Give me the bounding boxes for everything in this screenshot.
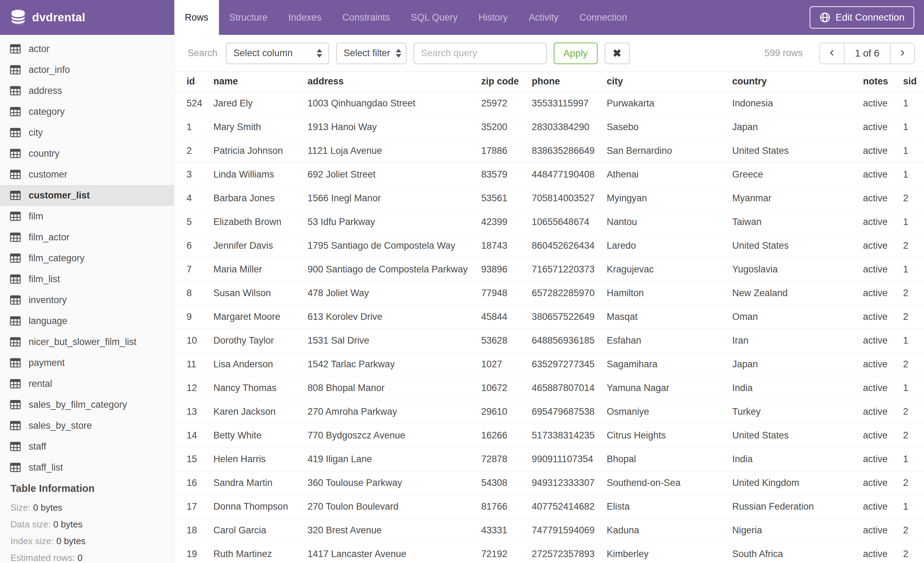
cell-id: 7 [174,257,213,281]
sidebar-item-country[interactable]: country [0,143,174,164]
sidebar-item-customer[interactable]: customer [0,164,174,185]
tab-indexes[interactable]: Indexes [278,0,332,35]
sidebar-item-sales_by_film_category[interactable]: sales_by_film_category [0,394,174,415]
table-row[interactable]: 14Betty White770 Bydgoszcz Avenue1626651… [174,423,924,447]
column-header-phone[interactable]: phone [532,72,607,92]
tab-history[interactable]: History [468,0,518,35]
prev-page-button[interactable]: ‹ [820,43,844,63]
cell-address: 360 Toulouse Parkway [308,471,481,495]
apply-button[interactable]: Apply [554,42,598,64]
next-page-button[interactable]: › [891,43,914,63]
table-row[interactable]: 10Dorothy Taylor1531 Sal Drive5362864885… [174,329,924,352]
tab-connection[interactable]: Connection [569,0,638,35]
column-select[interactable]: Select column [226,42,329,64]
cell-phone: 860452626434 [532,234,607,257]
cell-id: 10 [174,329,213,352]
table-row[interactable]: 15Helen Harris419 Iligan Lane72878990911… [174,447,924,471]
tab-rows[interactable]: Rows [174,0,219,35]
sidebar-item-staff_list[interactable]: staff_list [0,457,174,478]
edit-connection-button[interactable]: Edit Connection [810,6,914,29]
cell-address: 419 Iligan Lane [308,447,481,471]
cell-phone: 838635286649 [532,139,607,162]
cell-country: India [732,376,863,400]
cell-city: Sasebo [607,115,732,139]
column-header-address[interactable]: address [308,72,481,92]
cell-country: Myanmar [732,186,863,210]
cell-zip-code: 35200 [481,115,532,139]
sidebar-item-category[interactable]: category [0,101,174,122]
table-row[interactable]: 4Barbara Jones1566 Inegl Manor5356170581… [174,186,924,210]
table-row[interactable]: 17Donna Thompson270 Toulon Boulevard8176… [174,495,924,518]
sidebar-item-city[interactable]: city [0,122,174,143]
filter-select[interactable]: Select filter [336,42,406,64]
table-row[interactable]: 7Maria Miller900 Santiago de Compostela … [174,257,924,281]
sidebar-item-film_actor[interactable]: film_actor [0,227,174,248]
sidebar-item-inventory[interactable]: inventory [0,290,174,311]
sidebar-item-label: staff [28,441,46,452]
sidebar-item-nicer_but_slower_film_list[interactable]: nicer_but_slower_film_list [0,331,174,352]
table-row[interactable]: 6Jennifer Davis1795 Santiago de Composte… [174,234,924,257]
tab-constraints[interactable]: Constraints [332,0,400,35]
cell-phone: 949312333307 [532,471,607,495]
cell-city: Kaduna [607,518,732,542]
cell-phone: 517338314235 [532,423,607,447]
table-row[interactable]: 11Lisa Anderson1542 Tarlac Parkway102763… [174,352,924,376]
sidebar-item-actor_info[interactable]: actor_info [0,59,174,80]
main-content: Search Select column Select filter Apply… [174,35,924,563]
tab-activity[interactable]: Activity [518,0,569,35]
cell-sid: 1 [903,210,924,234]
table-row[interactable]: 1Mary Smith1913 Hanoi Way352002830338429… [174,115,924,139]
column-header-notes[interactable]: notes [863,72,903,92]
cell-id: 524 [174,92,213,115]
table-row[interactable]: 9Margaret Moore613 Korolev Drive45844380… [174,305,924,329]
cell-zip-code: 10672 [481,376,532,400]
table-icon [10,232,21,242]
column-header-country[interactable]: country [732,72,863,92]
sidebar-item-film_list[interactable]: film_list [0,269,174,290]
table-row[interactable]: 13Karen Jackson270 Amroha Parkway2961069… [174,400,924,423]
tab-sql-query[interactable]: SQL Query [400,0,468,35]
sidebar-item-label: actor [28,44,50,54]
search-query-input[interactable] [414,42,547,64]
sidebar-item-sales_by_store[interactable]: sales_by_store [0,415,174,436]
table-row[interactable]: 8Susan Wilson478 Joliet Way7794865728228… [174,281,924,305]
table-row[interactable]: 19Ruth Martinez1417 Lancaster Avenue7219… [174,542,924,563]
cell-sid: 1 [903,495,924,518]
table-row[interactable]: 18Carol Garcia320 Brest Avenue4333174779… [174,518,924,542]
sidebar-item-label: film_actor [28,232,69,243]
table-row[interactable]: 3Linda Williams692 Joliet Street83579448… [174,162,924,186]
cell-city: Nantou [607,210,732,234]
sidebar-item-label: film_list [28,274,60,285]
table-row[interactable]: 16Sandra Martin360 Toulouse Parkway54308… [174,471,924,495]
cell-zip-code: 54308 [481,471,532,495]
clear-search-button[interactable]: ✖ [604,42,630,64]
column-header-city[interactable]: city [607,72,732,92]
table-row[interactable]: 12Nancy Thomas808 Bhopal Manor1067246588… [174,376,924,400]
column-header-sid[interactable]: sid [903,72,924,92]
table-icon [10,149,21,158]
table-info-row: Estimated rows: 0 [10,549,174,563]
table-row[interactable]: 524Jared Ely1003 Qinhuangdao Street25972… [174,92,924,115]
cell-city: Kimberley [607,542,732,563]
cell-country: Russian Federation [732,495,863,518]
table-row[interactable]: 5Elizabeth Brown53 Idfu Parkway423991065… [174,210,924,234]
sidebar-item-film_category[interactable]: film_category [0,248,174,269]
sidebar-item-actor[interactable]: actor [0,38,174,59]
tab-structure[interactable]: Structure [219,0,278,35]
cell-sid: 2 [903,234,924,257]
cell-id: 6 [174,234,213,257]
cell-city: Esfahan [607,329,732,352]
sidebar-item-film[interactable]: film [0,206,174,227]
column-header-zip-code[interactable]: zip code [481,72,532,92]
sidebar-item-payment[interactable]: payment [0,352,174,373]
sidebar-item-rental[interactable]: rental [0,373,174,394]
cell-name: Lisa Anderson [213,352,308,376]
sidebar-item-address[interactable]: address [0,80,174,101]
sidebar-item-customer_list[interactable]: customer_list [0,185,174,206]
column-header-id[interactable]: id [174,72,213,92]
cell-notes: active [863,305,903,329]
sidebar-item-staff[interactable]: staff [0,436,174,457]
column-header-name[interactable]: name [213,72,308,92]
table-row[interactable]: 2Patricia Johnson1121 Loja Avenue1788683… [174,139,924,162]
sidebar-item-language[interactable]: language [0,311,174,331]
